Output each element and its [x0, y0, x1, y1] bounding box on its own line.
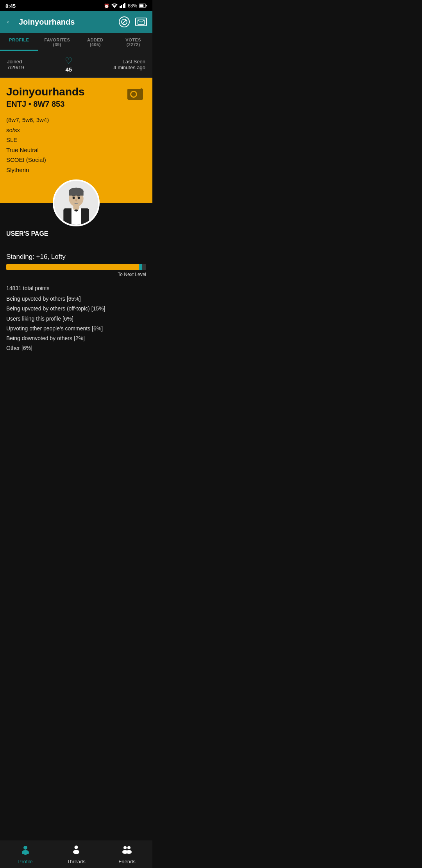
- svg-point-37: [126, 850, 132, 854]
- signal-icon: [120, 3, 126, 9]
- svg-rect-31: [22, 853, 29, 854]
- standing-text: Standing: +16, Lofty: [6, 253, 146, 261]
- status-icons: ⏰ 68%: [104, 3, 147, 9]
- svg-point-28: [75, 199, 77, 202]
- heart-stat[interactable]: ♡ 45: [65, 56, 73, 73]
- nav-profile-label: Profile: [18, 859, 33, 864]
- wifi-icon: [111, 3, 118, 9]
- progress-fill: [6, 264, 142, 270]
- svg-point-15: [140, 88, 143, 91]
- battery-text: 68%: [128, 3, 137, 9]
- progress-bar: [6, 264, 146, 270]
- alarm-icon: ⏰: [104, 4, 109, 9]
- nav-threads[interactable]: Threads: [51, 841, 102, 868]
- points-stats: 14831 total points Being upvoted by othe…: [6, 283, 146, 353]
- standing-row: Standing: +16, Lofty To Next Level: [6, 253, 146, 277]
- svg-rect-26: [72, 195, 75, 196]
- progress-tip: [139, 264, 142, 270]
- total-points: 14831 total points: [6, 283, 146, 293]
- svg-rect-14: [138, 90, 143, 93]
- tab-votes[interactable]: VOTES (2272): [114, 33, 153, 51]
- svg-point-24: [73, 197, 75, 199]
- svg-point-34: [123, 846, 127, 849]
- svg-rect-4: [124, 3, 125, 8]
- nav-friends-label: Friends: [118, 859, 135, 864]
- bottom-nav: Profile Threads Friends: [0, 841, 152, 868]
- svg-line-9: [122, 20, 126, 24]
- svg-rect-23: [69, 191, 83, 195]
- nav-friends[interactable]: Friends: [102, 841, 152, 868]
- nav-threads-label: Threads: [67, 859, 86, 864]
- message-button[interactable]: [135, 18, 147, 26]
- camera-icon: [125, 86, 145, 106]
- svg-point-32: [75, 846, 78, 849]
- stat-line-4: Being downvoted by others [2%]: [6, 334, 146, 343]
- stat-line-1: Being upvoted by others (off-topic) [15%…: [6, 304, 146, 314]
- friends-nav-icon: [121, 845, 133, 857]
- svg-rect-3: [123, 4, 124, 8]
- svg-rect-6: [146, 5, 147, 6]
- svg-rect-1: [120, 6, 121, 8]
- stat-line-2: Users liking this profile [6%]: [6, 314, 146, 324]
- tab-profile[interactable]: PROFILE: [0, 33, 38, 51]
- stat-line-3: Upvoting other people's comments [6%]: [6, 324, 146, 334]
- stat-line-5: Other [6%]: [6, 343, 146, 353]
- heart-icon: ♡: [65, 56, 73, 66]
- status-bar: 8:45 ⏰ 68%: [0, 0, 152, 11]
- svg-rect-7: [139, 4, 143, 7]
- app-header: ← Joinyourhands: [0, 11, 152, 33]
- svg-rect-2: [121, 5, 122, 8]
- profile-nav-icon: [20, 845, 30, 857]
- profile-avatar-wrapper: [53, 179, 100, 226]
- tab-favorites[interactable]: FAVORITES (39): [38, 33, 77, 51]
- svg-point-29: [23, 846, 27, 850]
- users-page-label: USER'S PAGE: [6, 230, 146, 237]
- profile-card: Joinyourhands ENTJ • 8W7 853 (8w7, 5w6, …: [0, 78, 152, 203]
- svg-point-13: [131, 92, 136, 97]
- to-next-level: To Next Level: [6, 272, 146, 277]
- threads-nav-icon: [71, 845, 81, 857]
- header-icons: [119, 16, 147, 27]
- svg-point-25: [78, 197, 80, 199]
- block-button[interactable]: [119, 16, 130, 27]
- stats-row: Joined 7/29/19 ♡ 45 Last Seen 4 minutes …: [0, 51, 152, 78]
- tab-bar: PROFILE FAVORITES (39) ADDED (405) VOTES…: [0, 33, 152, 51]
- tab-added[interactable]: ADDED (405): [76, 33, 114, 51]
- svg-point-35: [127, 846, 131, 849]
- last-seen-stat: Last Seen 4 minutes ago: [113, 59, 145, 70]
- profile-avatar: [53, 179, 100, 226]
- nav-profile[interactable]: Profile: [0, 841, 51, 868]
- user-section: USER'S PAGE Standing: +16, Lofty To Next…: [0, 203, 152, 361]
- stat-line-0: Being upvoted by others [65%]: [6, 294, 146, 304]
- joined-stat: Joined 7/29/19: [7, 59, 24, 70]
- svg-point-0: [114, 7, 115, 8]
- header-title: Joinyourhands: [19, 18, 119, 27]
- profile-details: (8w7, 5w6, 3w4) so/sx SLE True Neutral S…: [6, 115, 146, 175]
- back-button[interactable]: ←: [5, 17, 14, 27]
- battery-icon: [139, 4, 147, 9]
- svg-point-33: [73, 850, 79, 854]
- svg-rect-27: [77, 195, 80, 196]
- status-time: 8:45: [5, 3, 16, 9]
